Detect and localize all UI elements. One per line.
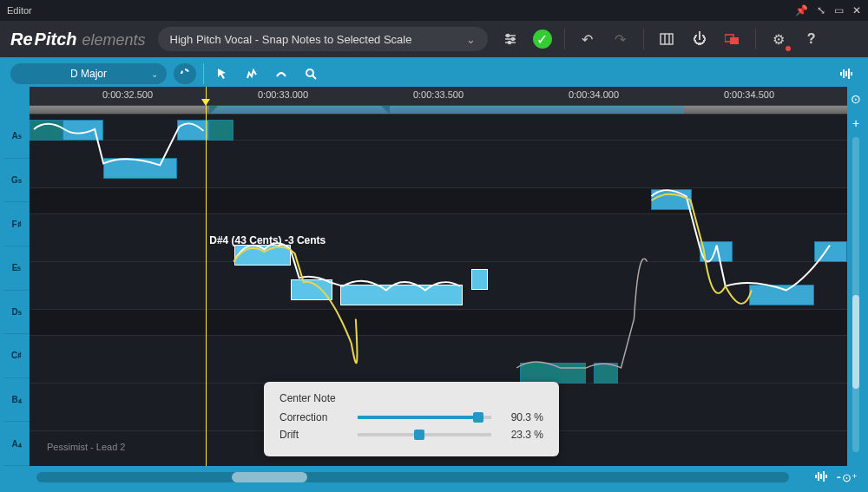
time-ruler[interactable]: 0:00:32.500 0:00:33.000 0:00:33.500 0:00…: [30, 87, 847, 106]
drift-label: Drift: [279, 429, 349, 441]
logo-re: Re: [10, 30, 33, 49]
main-toolbar: RePitch elements High Pitch Vocal - Snap…: [0, 21, 868, 57]
svg-rect-22: [825, 475, 827, 478]
zoom-out-icon[interactable]: ⁃⊙⁺: [836, 471, 858, 484]
time-tick: 0:00:34.500: [724, 89, 774, 100]
chevron-down-icon: ⌄: [151, 69, 158, 79]
note-block[interactable]: [103, 158, 177, 179]
note-label: G₅: [3, 159, 30, 203]
correction-label: Correction: [279, 411, 349, 423]
note-block[interactable]: [340, 285, 463, 305]
correction-value: 90.3 %: [500, 411, 543, 423]
pin-icon[interactable]: 📌: [795, 4, 808, 16]
svg-rect-15: [845, 71, 847, 76]
apply-icon[interactable]: ✓: [533, 30, 552, 49]
note-label: D₅: [3, 291, 30, 335]
note-label: A₄: [3, 422, 30, 466]
grid-row: [30, 188, 847, 214]
vertical-scrollbar[interactable]: [852, 137, 859, 452]
gear-icon[interactable]: ⚙: [768, 29, 789, 49]
separator: [643, 29, 644, 49]
note-block[interactable]: [700, 241, 733, 262]
piano-roll[interactable]: 0:00:32.500 0:00:33.000 0:00:33.500 0:00…: [30, 87, 847, 466]
bottom-bar: ⁃⊙⁺: [3, 466, 865, 489]
note-block[interactable]: [234, 245, 292, 266]
note-block[interactable]: [471, 269, 488, 290]
columns-icon[interactable]: [656, 29, 677, 49]
snap-icon[interactable]: [815, 471, 827, 484]
playhead[interactable]: [206, 87, 207, 466]
svg-rect-6: [661, 34, 673, 44]
clip-name: Pessimist - Lead 2: [47, 442, 125, 452]
note-block[interactable]: [814, 241, 847, 262]
settings-icon[interactable]: [500, 29, 521, 49]
chevron-down-icon: ⌄: [466, 33, 476, 46]
editor-body: A₅ G₅ F♯ E₅ D₅ C♯ B₄ A₄ 0:00:32.500 0:00…: [3, 87, 865, 466]
editor-area: D Major ⌄: [0, 57, 868, 492]
time-tick: 0:00:33.500: [413, 89, 464, 100]
waveform-icon[interactable]: [835, 63, 858, 84]
close-icon[interactable]: ✕: [852, 4, 861, 16]
svg-point-11: [306, 69, 313, 76]
note-block[interactable]: [62, 120, 103, 141]
zoom-tool[interactable]: [299, 63, 322, 84]
center-note-panel: Center Note Correction 90.3 % Drift: [264, 382, 559, 456]
drift-slider[interactable]: [358, 433, 491, 436]
zoom-fit-icon[interactable]: ⊙: [851, 92, 861, 106]
power-icon[interactable]: ⏻: [689, 29, 710, 49]
separator: [564, 29, 565, 49]
grid-row: [30, 336, 847, 384]
note-label: A₅: [3, 115, 30, 159]
editor-toolbar: D Major ⌄: [3, 61, 865, 87]
correction-slider[interactable]: [358, 416, 491, 419]
grid-row: [30, 310, 847, 336]
restore-icon[interactable]: ⤡: [817, 4, 825, 16]
panel-title: Center Note: [279, 392, 543, 404]
app-logo: RePitch elements: [10, 30, 146, 49]
svg-line-12: [312, 75, 316, 79]
redo-icon[interactable]: ↷: [610, 29, 631, 49]
right-rail: ⊙ +: [847, 87, 865, 466]
undo-icon[interactable]: ↶: [577, 29, 598, 49]
svg-rect-10: [730, 37, 739, 44]
svg-rect-13: [840, 72, 842, 75]
preset-dropdown[interactable]: High Pitch Vocal - Snap Notes to Selecte…: [158, 27, 488, 51]
maximize-icon[interactable]: ▭: [834, 4, 844, 16]
note-labels-column: A₅ G₅ F♯ E₅ D₅ C♯ B₄ A₄: [3, 87, 30, 466]
svg-point-5: [508, 42, 510, 44]
window-title: Editor: [7, 5, 32, 16]
note-label: C♯: [3, 334, 30, 378]
svg-rect-20: [820, 474, 822, 479]
pointer-tool[interactable]: [211, 63, 233, 84]
track-header[interactable]: [30, 106, 847, 115]
note-block[interactable]: [291, 279, 332, 300]
separator: [755, 29, 756, 49]
svg-point-4: [511, 38, 514, 41]
note-block[interactable]: [30, 120, 62, 141]
preset-name: High Pitch Vocal - Snap Notes to Selecte…: [170, 33, 412, 46]
scale-dropdown[interactable]: D Major ⌄: [10, 63, 167, 84]
horizontal-scrollbar[interactable]: [36, 472, 789, 482]
monitor-icon[interactable]: [722, 29, 743, 49]
help-icon[interactable]: ?: [801, 29, 822, 49]
note-block[interactable]: [651, 189, 692, 210]
scale-name: D Major: [70, 68, 107, 80]
svg-rect-21: [823, 471, 825, 482]
curve-tool[interactable]: [270, 63, 293, 84]
draw-tool[interactable]: [240, 63, 263, 84]
note-block[interactable]: [520, 363, 585, 384]
hand-tool[interactable]: [174, 63, 196, 84]
zoom-in-icon[interactable]: +: [852, 116, 859, 130]
note-label: F♯: [3, 202, 30, 246]
note-block[interactable]: [209, 120, 233, 141]
svg-rect-17: [851, 72, 852, 75]
note-block[interactable]: [594, 363, 618, 384]
grid-row: [30, 115, 847, 141]
note-label: E₅: [3, 246, 30, 291]
drift-value: 23.3 %: [500, 429, 543, 441]
time-tick: 0:00:33.000: [258, 89, 308, 100]
note-label: B₄: [3, 378, 30, 423]
note-block[interactable]: [749, 285, 814, 305]
logo-elements: elements: [82, 31, 145, 49]
svg-point-3: [506, 35, 509, 37]
